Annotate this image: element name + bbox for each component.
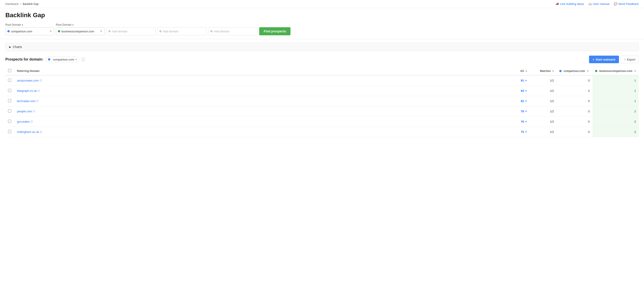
prospects-section: Prospects for domain: comparisun.com ▾ i… bbox=[0, 51, 644, 137]
domain-input-1[interactable] bbox=[11, 30, 48, 33]
chat-icon: 💬 bbox=[614, 2, 618, 5]
businesscomp-value: 2 bbox=[634, 130, 636, 134]
clear-domain-1-button[interactable]: ✕ bbox=[48, 30, 52, 33]
external-link-icon: ⬡ bbox=[38, 89, 40, 92]
col-header-matches: Matches ⇅ bbox=[530, 67, 557, 75]
chevron-right-icon: ▶ bbox=[9, 45, 11, 48]
row-checkbox-cell bbox=[5, 106, 14, 117]
prospects-title-area: Prospects for domain: comparisun.com ▾ i bbox=[5, 57, 85, 62]
prospects-actions: + Start outreach ↑ Export bbox=[589, 56, 639, 63]
as-arrow-icon: ▼ bbox=[525, 90, 527, 92]
clear-domain-2-button[interactable]: ✕ bbox=[99, 30, 102, 33]
row-checkbox-2[interactable] bbox=[8, 99, 11, 102]
link-building-ideas-link[interactable]: 📣 Link building ideas bbox=[556, 2, 584, 5]
row-as-cell: 76 ▼ bbox=[503, 117, 530, 127]
table-row: gov.wales ⬡ 76 ▼ 1/2 0 2 bbox=[5, 117, 639, 127]
page-title: Backlink Gap bbox=[5, 11, 639, 19]
comparisun-value: 0 bbox=[588, 99, 590, 103]
domain-link[interactable]: people.com ⬡ bbox=[17, 110, 500, 113]
find-prospects-button[interactable]: Find prospects bbox=[259, 27, 290, 35]
domain-link[interactable]: gov.wales ⬡ bbox=[17, 120, 500, 123]
table-row: telegraph.co.uk ⬡ 84 ▼ 1/2 0 1 bbox=[5, 86, 639, 96]
charts-toggle[interactable]: ▶ Charts bbox=[6, 43, 638, 51]
table-row: amazonaws.com ⬡ 91 ▼ 1/2 0 1 bbox=[5, 75, 639, 86]
row-matches-cell: 1/2 bbox=[530, 86, 557, 96]
domain-link[interactable]: amazonaws.com ⬡ bbox=[17, 79, 500, 82]
table-row: people.com ⬡ 78 ▼ 1/2 0 2 bbox=[5, 106, 639, 117]
as-arrow-icon: ▼ bbox=[525, 79, 527, 82]
breadcrumb-current: Backlink Gap bbox=[23, 2, 39, 5]
book-icon: 📖 bbox=[588, 2, 592, 5]
row-comparisun-cell: 0 bbox=[557, 96, 592, 106]
row-comparisun-cell: 0 bbox=[557, 86, 592, 96]
matches-value: 1/2 bbox=[550, 99, 554, 103]
row-as-cell: 78 ▼ bbox=[503, 106, 530, 117]
start-outreach-button[interactable]: + Start outreach bbox=[589, 56, 619, 63]
send-feedback-link[interactable]: 💬 Send Feedback bbox=[614, 2, 639, 5]
as-number: 91 bbox=[521, 79, 524, 82]
row-domain-cell: techradar.com ⬡ bbox=[14, 96, 503, 106]
domain-2-dot bbox=[58, 30, 60, 32]
domain-field-1: Root Domain ▾ ✕ bbox=[5, 23, 54, 35]
comparisun-value: 0 bbox=[588, 130, 590, 134]
row-as-cell: 75 ▼ bbox=[503, 127, 530, 137]
domain-input-1-wrapper: ✕ bbox=[5, 27, 54, 35]
row-businesscomp-cell: 2 bbox=[592, 117, 639, 127]
row-checkbox-5[interactable] bbox=[8, 130, 11, 133]
chevron-down-icon[interactable]: ▾ bbox=[22, 24, 23, 26]
start-outreach-label: Start outreach bbox=[596, 58, 616, 61]
breadcrumb-parent[interactable]: Dashboard bbox=[5, 2, 18, 5]
row-businesscomp-cell: 1 bbox=[592, 86, 639, 96]
domain-selector-dropdown[interactable]: comparisun.com ▾ bbox=[46, 57, 79, 62]
domain-input-3[interactable] bbox=[112, 30, 154, 33]
businesscomp-value: 1 bbox=[634, 99, 636, 103]
matches-value: 1/2 bbox=[550, 130, 554, 134]
info-icon[interactable]: i bbox=[81, 58, 85, 61]
charts-section: ▶ Charts bbox=[5, 43, 639, 51]
chevron-down-icon-2[interactable]: ▾ bbox=[72, 24, 74, 26]
businesscomp-value: 2 bbox=[634, 110, 636, 113]
export-button[interactable]: ↑ Export bbox=[621, 56, 639, 63]
row-as-cell: 82 ▼ bbox=[503, 96, 530, 106]
row-comparisun-cell: 0 bbox=[557, 127, 592, 137]
row-checkbox-cell bbox=[5, 127, 14, 137]
select-all-checkbox[interactable] bbox=[8, 69, 11, 72]
businesscomp-value: 1 bbox=[634, 79, 636, 82]
row-as-cell: 84 ▼ bbox=[503, 86, 530, 96]
domain-input-4-wrapper bbox=[157, 27, 206, 35]
comparisun-value: 0 bbox=[588, 79, 590, 82]
domain-field-5 bbox=[208, 27, 258, 35]
row-checkbox-3[interactable] bbox=[8, 109, 11, 113]
domain-link[interactable]: telegraph.co.uk ⬡ bbox=[17, 89, 500, 92]
domain-3-dot bbox=[108, 30, 110, 32]
as-number: 82 bbox=[521, 99, 524, 103]
domain-input-3-wrapper bbox=[106, 27, 156, 35]
row-matches-cell: 1/2 bbox=[530, 75, 557, 86]
sort-businesscomp-icon[interactable]: ⇅ bbox=[634, 70, 636, 72]
domain-input-4[interactable] bbox=[163, 30, 204, 33]
select-all-header bbox=[5, 67, 14, 75]
domain-inputs-section: Root Domain ▾ ✕ Root Domain ▾ ✕ bbox=[0, 23, 644, 39]
external-link-icon: ⬡ bbox=[36, 100, 38, 102]
domain-input-5[interactable] bbox=[214, 30, 256, 33]
domain-input-2[interactable] bbox=[62, 30, 99, 33]
row-checkbox-1[interactable] bbox=[8, 89, 11, 92]
sort-comparisun-icon[interactable]: ⇅ bbox=[587, 70, 588, 72]
table-row: techradar.com ⬡ 82 ▼ 1/2 0 1 bbox=[5, 96, 639, 106]
row-matches-cell: 1/2 bbox=[530, 106, 557, 117]
sort-as-icon[interactable]: ⇅ bbox=[525, 70, 527, 72]
sort-matches-icon[interactable]: ⇅ bbox=[552, 70, 554, 72]
row-checkbox-4[interactable] bbox=[8, 120, 11, 123]
as-number: 84 bbox=[521, 89, 524, 92]
domain-link[interactable]: techradar.com ⬡ bbox=[17, 99, 500, 103]
comparisun-value: 0 bbox=[588, 89, 590, 92]
comparisun-col-dot bbox=[559, 70, 562, 72]
domain-link[interactable]: nottingham.ac.uk ⬡ bbox=[17, 130, 500, 134]
page-header: Backlink Gap bbox=[0, 8, 644, 23]
row-businesscomp-cell: 1 bbox=[592, 75, 639, 86]
user-manual-link[interactable]: 📖 User manual bbox=[588, 2, 609, 5]
row-checkbox-0[interactable] bbox=[8, 79, 11, 82]
row-businesscomp-cell: 2 bbox=[592, 106, 639, 117]
domain-field-4 bbox=[157, 27, 206, 35]
row-matches-cell: 1/2 bbox=[530, 96, 557, 106]
